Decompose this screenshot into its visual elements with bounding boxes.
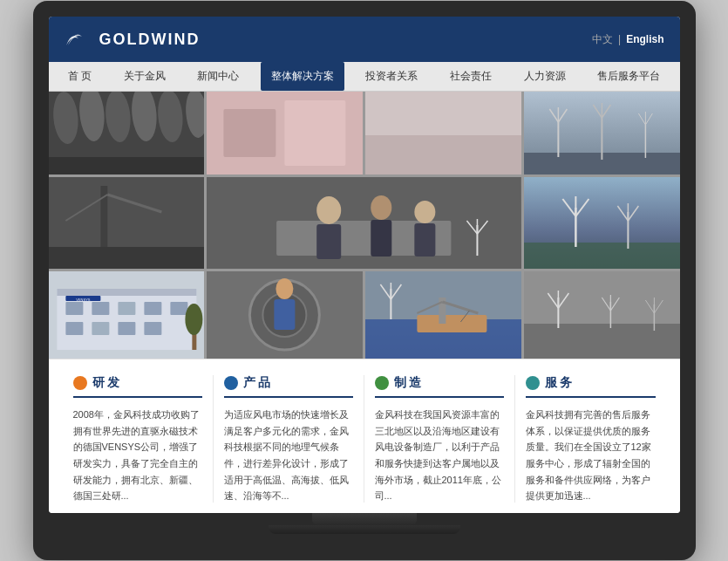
manufacture-header: 制 造 xyxy=(375,375,504,398)
logo-wings-icon xyxy=(65,30,92,49)
lang-cn[interactable]: 中文 xyxy=(592,32,613,47)
product-title: 产 品 xyxy=(243,375,271,391)
svg-rect-59 xyxy=(118,302,135,315)
service-icon xyxy=(526,376,540,390)
research-col: 研 发 2008年，金风科技成功收购了拥有世界先进的直驱永磁技术的德国VENSY… xyxy=(63,375,214,503)
svg-rect-68 xyxy=(192,332,196,350)
research-header: 研 发 xyxy=(73,375,202,398)
product-col: 产 品 为适应风电市场的快速增长及满足客户多元化的需求，金风科技根据不同的地理气… xyxy=(214,375,364,503)
svg-rect-10 xyxy=(285,100,346,166)
research-icon xyxy=(73,376,87,390)
grid-cell-10 xyxy=(365,271,521,359)
grid-cell-9 xyxy=(207,271,363,359)
service-header: 服 务 xyxy=(526,375,656,398)
svg-rect-12 xyxy=(365,135,521,174)
grid-cell-2 xyxy=(207,92,363,174)
logo-text: GOLDWIND xyxy=(99,31,201,49)
product-body: 为适应风电市场的快速增长及满足客户多元化的需求，金风科技根据不同的地理气候条件，… xyxy=(224,407,353,503)
lang-divider: | xyxy=(618,33,621,45)
svg-rect-89 xyxy=(524,324,680,359)
svg-point-74 xyxy=(276,278,294,299)
nav-bar: 首 页 关于金风 新闻中心 整体解决方案 投资者关系 社会责任 人力资源 售后服… xyxy=(49,62,680,92)
nav-investor[interactable]: 投资者关系 xyxy=(355,62,428,91)
grid-cell-6 xyxy=(207,177,521,269)
svg-rect-9 xyxy=(224,109,276,157)
logo-area: GOLDWIND xyxy=(65,30,201,49)
svg-rect-56 xyxy=(57,289,196,296)
svg-rect-37 xyxy=(371,220,392,257)
content-section: 研 发 2008年，金风科技成功收购了拥有世界先进的直驱永磁技术的德国VENSY… xyxy=(49,359,680,513)
laptop-stand xyxy=(312,513,417,525)
manufacture-icon xyxy=(375,376,389,390)
nav-about[interactable]: 关于金风 xyxy=(113,62,176,91)
svg-rect-60 xyxy=(144,302,161,315)
svg-rect-31 xyxy=(49,247,205,269)
grid-cell-8: VENSYS xyxy=(49,271,205,359)
grid-cell-5 xyxy=(49,177,205,269)
svg-point-38 xyxy=(415,201,436,223)
product-header: 产 品 xyxy=(224,375,353,398)
svg-rect-57 xyxy=(65,302,83,315)
svg-rect-65 xyxy=(144,322,161,335)
nav-solutions[interactable]: 整体解决方案 xyxy=(261,62,344,91)
lang-en[interactable]: English xyxy=(626,33,663,45)
grid-cell-7 xyxy=(524,177,680,269)
manufacture-title: 制 造 xyxy=(394,375,422,391)
nav-home[interactable]: 首 页 xyxy=(58,62,102,91)
svg-rect-7 xyxy=(49,157,205,174)
nav-hr[interactable]: 人力资源 xyxy=(514,62,576,91)
site-header: GOLDWIND 中文 | English xyxy=(49,17,680,62)
product-icon xyxy=(224,376,238,390)
svg-point-36 xyxy=(371,195,392,220)
manufacture-col: 制 造 金风科技在我国风资源丰富的三北地区以及沿海地区建设有风电设备制造厂，以利… xyxy=(364,375,515,503)
grid-cell-3 xyxy=(365,92,521,174)
grid-cell-11 xyxy=(524,271,680,359)
svg-rect-62 xyxy=(65,322,83,335)
service-title: 服 务 xyxy=(545,375,573,391)
svg-rect-45 xyxy=(524,243,680,269)
svg-point-69 xyxy=(185,304,202,335)
svg-text:VENSYS: VENSYS xyxy=(76,298,91,302)
svg-rect-64 xyxy=(118,322,135,335)
nav-social[interactable]: 社会责任 xyxy=(439,62,502,91)
laptop-base xyxy=(269,525,460,534)
grid-cell-1 xyxy=(49,92,205,174)
svg-rect-63 xyxy=(92,322,109,335)
research-title: 研 发 xyxy=(92,375,120,391)
nav-news[interactable]: 新闻中心 xyxy=(187,62,249,91)
svg-rect-79 xyxy=(417,315,486,332)
laptop-screen: GOLDWIND 中文 | English 首 页 关于金风 新闻中心 整体解决… xyxy=(49,17,680,513)
service-col: 服 务 金风科技拥有完善的售后服务体系，以保证提供优质的服务质量。我们在全国设立… xyxy=(515,375,666,503)
svg-point-34 xyxy=(316,196,341,224)
svg-rect-39 xyxy=(415,223,436,257)
manufacture-body: 金风科技在我国风资源丰富的三北地区以及沿海地区建设有风电设备制造厂，以利于产品和… xyxy=(375,407,504,503)
service-body: 金风科技拥有完善的售后服务体系，以保证提供优质的服务质量。我们在全国设立了12家… xyxy=(526,407,656,503)
svg-rect-61 xyxy=(170,302,187,315)
svg-rect-58 xyxy=(92,302,109,315)
svg-rect-75 xyxy=(275,299,296,330)
nav-service[interactable]: 售后服务平台 xyxy=(587,62,670,91)
language-switcher: 中文 | English xyxy=(592,32,663,47)
svg-rect-35 xyxy=(316,224,341,259)
grid-cell-4 xyxy=(524,92,680,174)
image-grid: VENSYS xyxy=(49,92,680,359)
research-body: 2008年，金风科技成功收购了拥有世界先进的直驱永磁技术的德国VENSYS公司，… xyxy=(73,407,202,503)
